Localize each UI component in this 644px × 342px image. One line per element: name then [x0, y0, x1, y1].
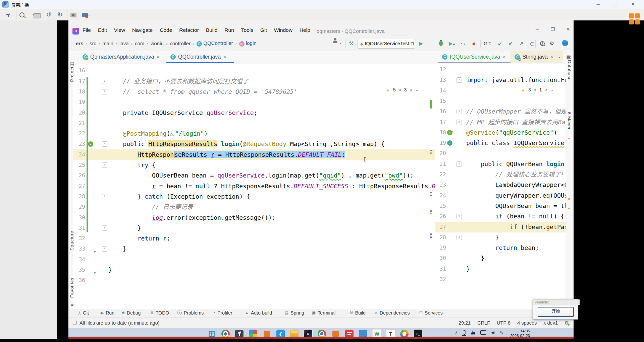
- fold-icon[interactable]: ∨: [457, 214, 462, 219]
- undo-icon[interactable]: ↺: [44, 10, 53, 19]
- plugin-logo-icon[interactable]: [562, 40, 569, 47]
- close-icon[interactable]: ✕: [502, 55, 506, 59]
- toolwindow-debug[interactable]: ✱Debug: [121, 310, 141, 316]
- pen-icon[interactable]: ✎: [500, 330, 503, 335]
- monitor-icon[interactable]: [34, 10, 42, 19]
- fold-icon[interactable]: ∨: [102, 162, 107, 168]
- toolwindow-run[interactable]: ▶Run: [101, 310, 114, 316]
- redo-icon[interactable]: ↻: [56, 10, 64, 19]
- fold-icon[interactable]: ∧: [102, 225, 107, 231]
- code-line[interactable]: 19▾public class IQQUserService: [435, 138, 566, 148]
- pin-icon[interactable]: ➤: [2, 9, 15, 21]
- code-line[interactable]: 23 LambdaQueryWrapper<Q: [435, 180, 566, 190]
- code-line[interactable]: 15: [435, 96, 566, 107]
- toolwindow-dependencies[interactable]: ≋Dependencies: [374, 310, 410, 316]
- bookmark-star-icon[interactable]: ★: [70, 302, 74, 307]
- code-line[interactable]: 21: [73, 118, 439, 129]
- maven-icon[interactable]: m: [568, 110, 572, 115]
- code-line[interactable]: 21∨ public QQUserBean login(: [435, 159, 566, 169]
- ide-close-button[interactable]: ✕: [561, 26, 575, 32]
- code-line[interactable]: 30 log.error(exception.getMessage());: [73, 212, 439, 223]
- tray-chevron-icon[interactable]: ∧: [455, 330, 458, 335]
- database-icon[interactable]: ▤: [568, 55, 572, 60]
- code-line[interactable]: 31}: [435, 264, 566, 274]
- window-icon[interactable]: ❐: [72, 320, 77, 326]
- broadcast-maximize-button[interactable]: ▢: [608, 0, 623, 9]
- build-hammer-icon[interactable]: ⚒: [349, 40, 354, 48]
- menu-build[interactable]: Build: [206, 27, 217, 33]
- tab-String.java[interactable]: CString.java✕: [511, 51, 563, 63]
- breadcrumb-item[interactable]: java: [119, 41, 129, 46]
- fold-icon[interactable]: ∨: [102, 79, 107, 84]
- split-screen-icon[interactable]: [629, 13, 640, 25]
- tab-QqmastersApplication.java[interactable]: CQqmastersApplication.java✕: [78, 51, 166, 63]
- git-commit-icon[interactable]: ✔: [508, 40, 513, 48]
- menu-navigate[interactable]: Navigate: [132, 27, 153, 33]
- camera-icon[interactable]: [70, 10, 79, 19]
- profile-dropdown-icon[interactable]: ▾: [339, 40, 341, 48]
- code-line[interactable]: 24 queryWrapper.eq(QQUs: [435, 190, 566, 201]
- code-line[interactable]: 13∧import java.util.function.Fu: [435, 75, 566, 85]
- toolwindow-problems[interactable]: !Problems: [177, 310, 204, 316]
- menu-window[interactable]: Window: [274, 27, 292, 33]
- fold-icon[interactable]: ∧: [102, 89, 107, 94]
- zoom-icon[interactable]: [19, 10, 28, 19]
- breadcrumb-item[interactable]: mlogin: [239, 40, 257, 47]
- breadcrumb-item[interactable]: com: [135, 41, 144, 46]
- toolwindow-auto-build[interactable]: ▲Auto-build: [245, 310, 272, 316]
- microphone-icon[interactable]: [463, 330, 466, 335]
- debug-button[interactable]: [439, 41, 443, 46]
- menu-run[interactable]: Run: [224, 27, 234, 33]
- code-line[interactable]: 19: [73, 97, 439, 108]
- code-line[interactable]: 25 QQUserBean bean = th: [435, 201, 566, 211]
- code-line[interactable]: 18∧ // select * from qquser where QQID =…: [73, 86, 439, 97]
- fold-icon[interactable]: ∧: [457, 77, 462, 83]
- impl-gutter-icon[interactable]: ▾: [447, 140, 452, 146]
- prev-icon[interactable]: ∧: [545, 88, 548, 92]
- close-icon[interactable]: ✕: [223, 55, 226, 59]
- chevron-down-icon[interactable]: ⌄: [557, 54, 561, 59]
- fold-icon[interactable]: ∨: [457, 109, 462, 114]
- status-item[interactable]: 29:21: [459, 320, 471, 326]
- code-line[interactable]: 25∨ try {: [73, 160, 439, 170]
- editor-right[interactable]: 1213∧import java.util.function.Fu141516∨…: [435, 64, 566, 309]
- code-line[interactable]: 20: [435, 148, 566, 159]
- code-line[interactable]: 34: [73, 254, 439, 265]
- sidebar-stripe-database[interactable]: Database: [567, 60, 572, 81]
- code-line[interactable]: 24 HttpResponseResults r = HttpResponseR…: [73, 149, 439, 160]
- sidebar-stripe-project[interactable]: Project: [69, 67, 74, 82]
- code-line[interactable]: 26 QQUserBean bean = qqUserService.login…: [73, 170, 439, 181]
- settings-gear-icon[interactable]: ⚙: [549, 40, 554, 48]
- code-line[interactable]: 12: [435, 64, 566, 75]
- menu-edit[interactable]: Edit: [98, 27, 107, 33]
- code-line[interactable]: 27 r = bean != null ? HttpResponseResult…: [73, 181, 439, 192]
- toolwindow-services[interactable]: ⊡Services: [419, 310, 443, 316]
- code-line[interactable]: 31∧ }: [73, 223, 439, 233]
- code-line[interactable]: 16: [73, 65, 439, 76]
- run-configuration-select[interactable]: ◆IQQUserServiceTest.t1▼: [358, 39, 415, 49]
- user-profile-icon[interactable]: [333, 41, 337, 43]
- ime-indicator[interactable]: 英: [471, 329, 475, 336]
- sidebar-stripe-structure[interactable]: Structure: [69, 231, 74, 251]
- code-line[interactable]: 18▸✓@Service("qqUserService"): [435, 127, 566, 138]
- toolwindow-build[interactable]: ⚒Build: [350, 310, 366, 316]
- next-icon[interactable]: ⌄: [416, 88, 419, 92]
- code-line[interactable]: 33∧▶ }: [73, 244, 439, 254]
- breadcrumb-item[interactable]: ers: [76, 41, 84, 46]
- notifications-gear-icon[interactable]: ⚙: [565, 320, 569, 326]
- screen-share-icon[interactable]: [82, 10, 91, 19]
- code-line[interactable]: 36: [73, 275, 439, 286]
- code-line[interactable]: 17∨ // 业务接口，不要去和数据库访问层打交道了: [73, 76, 439, 87]
- stop-button[interactable]: ■: [472, 40, 475, 48]
- ide-minimize-button[interactable]: ─: [531, 26, 544, 32]
- code-line[interactable]: 32 return r;: [73, 233, 439, 244]
- toolwindow-terminal[interactable]: ▣Terminal: [312, 310, 335, 316]
- sidebar-stripe-favorites[interactable]: Favorites: [69, 278, 74, 298]
- breadcrumb-item[interactable]: CQQController: [197, 40, 233, 47]
- coverage-run-icon[interactable]: ▶◆: [449, 40, 453, 48]
- breadcrumb-item[interactable]: main: [102, 41, 113, 46]
- code-line[interactable]: 27 if (!bean.getPas: [435, 222, 566, 232]
- profiler-icon[interactable]: ◔ ▾: [460, 40, 465, 48]
- toolwindow-spring[interactable]: @Spring: [284, 310, 304, 316]
- code-line[interactable]: 32: [435, 274, 566, 285]
